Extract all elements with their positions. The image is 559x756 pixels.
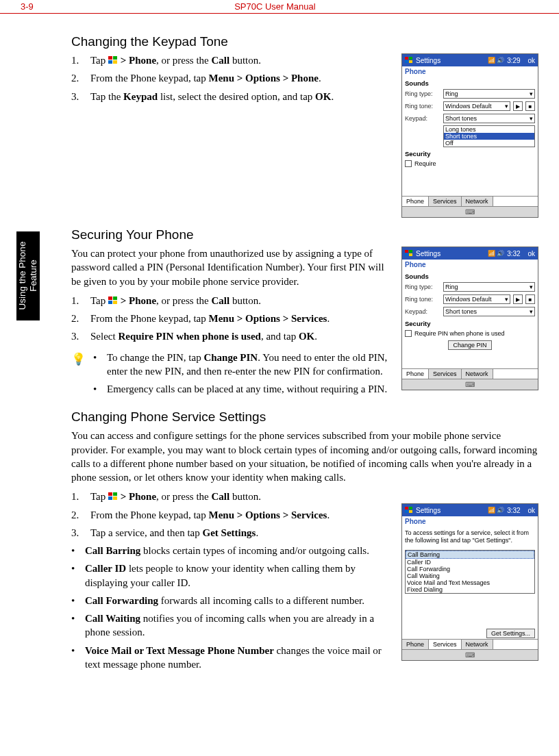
tab-phone[interactable]: Phone [402,640,429,649]
start-icon [108,492,118,501]
ring-tone-select[interactable]: Windows Default [443,294,510,304]
keypad-select[interactable]: Short tones [443,114,535,123]
tab-network[interactable]: Network [462,640,493,649]
play-icon[interactable]: ▶ [513,101,523,111]
play-icon[interactable]: ▶ [513,294,523,304]
screenshot-services-list: Settings📶 🔊3:32 ok Phone To access setti… [401,503,538,661]
keypad-select[interactable]: Short tones [443,307,535,316]
tab-network[interactable]: Network [462,197,493,206]
page-number: 3-9 [21,1,34,12]
start-icon [108,56,118,64]
tab-phone[interactable]: Phone [402,369,429,379]
sip-keyboard-icon[interactable]: ⌨ [402,649,538,660]
heading-securing-phone: Securing Your Phone [71,227,538,242]
start-icon [108,297,118,305]
chapter-tab: Using the Phone Feature [16,231,40,320]
keypad-dropdown[interactable]: Long tones Short tones Off [443,125,535,147]
screenshot-require-pin: Settings📶 🔊3:32 ok Phone Sounds Ring typ… [401,247,538,390]
ring-type-select[interactable]: Ring [443,89,535,99]
tab-network[interactable]: Network [462,369,493,379]
steps-securing: 1. Tap > Phone, or press the Call button… [71,294,393,344]
page-header: 3-9 SP70C User Manual [0,0,559,14]
service-intro: You can access and configure settings fo… [71,429,538,484]
tab-services[interactable]: Services [429,369,462,379]
sip-keyboard-icon[interactable]: ⌨ [402,206,538,217]
sip-keyboard-icon[interactable]: ⌨ [402,379,538,390]
heading-service-settings: Changing Phone Service Settings [71,410,538,425]
get-settings-button[interactable]: Get Settings... [486,629,535,638]
require-pin-checkbox[interactable] [405,160,412,167]
heading-keypad-tone: Changing the Keypad Tone [71,34,538,49]
doc-title: SP70C User Manual [234,1,316,12]
stop-icon[interactable]: ■ [525,294,535,304]
start-icon [405,507,413,514]
start-icon [405,250,413,257]
change-pin-button[interactable]: Change PIN [448,340,491,350]
stop-icon[interactable]: ■ [525,101,535,111]
tab-services[interactable]: Services [429,197,462,206]
require-pin-checkbox[interactable] [405,330,412,337]
ring-type-select[interactable]: Ring [443,282,535,292]
tab-phone[interactable]: Phone [402,197,429,206]
tip-block: •To change the PIN, tap Change PIN. You … [71,351,393,401]
services-listbox[interactable]: Call Barring Caller ID Call Forwarding C… [405,550,535,594]
lightbulb-icon [71,352,86,368]
service-bullets: •Call Barring blocks certain types of in… [71,544,393,671]
start-icon [405,57,413,64]
securing-intro: You can protect your phone from unauthor… [71,247,393,288]
screenshot-keypad-dropdown: Settings📶 🔊3:29 ok Phone Sounds Ring typ… [401,53,538,218]
ring-tone-select[interactable]: Windows Default [443,101,510,111]
steps-keypad-tone: 1. Tap > Phone, or press the Call button… [71,53,393,103]
steps-service: 1. Tap > Phone, or press the Call button… [71,490,393,540]
tab-services[interactable]: Services [429,640,462,649]
